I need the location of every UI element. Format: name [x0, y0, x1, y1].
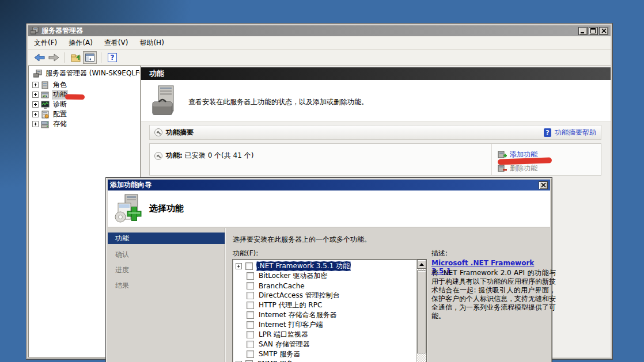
expand-icon[interactable] — [32, 101, 39, 108]
server-manager-icon — [31, 27, 39, 35]
menu-bar: 文件(F) 操作(A) 查看(V) 帮助(H) — [28, 36, 611, 50]
feature-row[interactable]: DirectAccess 管理控制台 — [233, 291, 416, 300]
pane-header-title: 功能 — [149, 68, 164, 79]
expand-icon[interactable] — [32, 92, 39, 98]
window-titlebar[interactable]: 服务器管理器 — [28, 25, 611, 36]
add-features-wizard-icon — [113, 194, 142, 225]
feature-row[interactable]: SNMP 服务 — [233, 359, 416, 362]
tree-root-label: 服务器管理器 (WIN-SK9EQLFGIL — [44, 68, 141, 78]
show-console-tree-button[interactable] — [69, 51, 83, 64]
feature-checkbox[interactable] — [247, 350, 254, 358]
feature-checkbox[interactable] — [247, 311, 254, 319]
feature-checkbox[interactable] — [247, 321, 254, 329]
expand-icon[interactable] — [32, 121, 39, 127]
features-count-label: 功能: — [166, 151, 183, 161]
dialog-close-button[interactable] — [539, 181, 548, 189]
desktop: 服务器管理器 文件(F) 操作(A) 查看(V) 帮助(H) ? — [0, 0, 644, 362]
scrollbar-thumb[interactable] — [417, 270, 426, 353]
diagnostics-icon — [41, 101, 50, 109]
listbox-scrollbar[interactable] — [416, 260, 426, 362]
feature-label: BitLocker 驱动器加密 — [257, 271, 328, 281]
features-icon — [41, 91, 50, 99]
feature-checkbox[interactable] — [247, 302, 254, 309]
dialog-heading: 选择功能 — [149, 203, 184, 214]
feature-checkbox[interactable] — [247, 292, 254, 299]
feature-row[interactable]: SMTP 服务器 — [233, 349, 416, 359]
dialog-titlebar[interactable]: 添加功能向导 — [108, 180, 550, 190]
add-features-icon — [498, 151, 506, 158]
dialog-title: 添加功能向导 — [110, 180, 151, 190]
feature-row[interactable]: Internet 存储命名服务器 — [233, 310, 416, 320]
arrow-up-icon — [419, 263, 424, 266]
collapse-toggle[interactable] — [154, 152, 162, 160]
maximize-button[interactable] — [589, 27, 598, 35]
server-manager-icon — [33, 70, 42, 78]
wizard-instruction: 选择要安装在此服务器上的一个或多个功能。 — [233, 235, 371, 245]
feature-label: Internet 打印客户端 — [257, 320, 324, 330]
feature-row[interactable]: BitLocker 驱动器加密 — [233, 271, 416, 281]
configuration-icon — [41, 110, 50, 119]
description-label: 描述: — [431, 249, 448, 258]
expand-icon[interactable] — [32, 82, 39, 88]
feature-row[interactable]: .NET Framework 3.5.1 功能 — [233, 261, 416, 271]
back-arrow-icon — [34, 54, 46, 62]
tree-item-roles[interactable]: 角色 — [32, 80, 68, 90]
storage-icon — [41, 120, 50, 128]
feature-checkbox[interactable] — [247, 272, 254, 280]
step-results[interactable]: 结果 — [108, 280, 225, 291]
menu-file[interactable]: 文件(F) — [28, 36, 63, 49]
step-features[interactable]: 功能 — [108, 233, 225, 244]
features-list-label: 功能(F): — [233, 249, 258, 258]
help-button[interactable]: ? — [105, 51, 119, 64]
features-summary-band: 功能摘要 ? 功能摘要帮助 — [149, 125, 601, 140]
feature-row[interactable]: HTTP 代理上的 RPC — [233, 300, 416, 310]
wizard-steps: 功能 确认 进度 结果 — [108, 228, 225, 362]
feature-row[interactable]: SAN 存储管理器 — [233, 340, 416, 349]
feature-checkbox[interactable] — [247, 282, 254, 289]
folder-icon — [71, 54, 81, 62]
expand-icon[interactable] — [32, 111, 39, 117]
step-confirmation[interactable]: 确认 — [108, 249, 225, 260]
feature-row[interactable]: BranchCache — [233, 281, 416, 291]
feature-row[interactable]: LPR 端口监视器 — [233, 330, 416, 340]
toolbar-separator — [65, 52, 65, 63]
feature-checkbox[interactable] — [247, 341, 254, 348]
menu-help[interactable]: 帮助(H) — [134, 36, 169, 49]
red-annotation-tree-features — [65, 94, 85, 100]
back-button[interactable] — [33, 51, 47, 64]
tree-item-label: 角色 — [52, 80, 68, 90]
tree-item-configuration[interactable]: 配置 — [32, 109, 68, 119]
server-toolbox-icon — [150, 85, 180, 119]
feature-row[interactable]: Internet 打印客户端 — [233, 320, 416, 330]
description-text: 将 .NET Framework 2.0 API 的功能与用于构建具有以下功能的… — [431, 269, 556, 321]
feature-label: HTTP 代理上的 RPC — [257, 300, 323, 310]
collapse-toggle[interactable] — [154, 128, 162, 136]
console-panes-button[interactable] — [83, 51, 97, 64]
menu-action[interactable]: 操作(A) — [63, 36, 99, 49]
feature-label: BranchCache — [257, 282, 306, 290]
close-button[interactable] — [599, 27, 608, 35]
forward-button[interactable] — [47, 51, 60, 64]
feature-label: .NET Framework 3.5.1 功能 — [256, 261, 351, 271]
remove-features-icon — [498, 165, 506, 172]
tree-root[interactable]: 服务器管理器 (WIN-SK9EQLFGIL — [31, 68, 141, 78]
steps-divider — [225, 228, 226, 362]
tree-item-storage[interactable]: 存储 — [32, 119, 68, 129]
add-features-wizard-dialog: 添加功能向导 选择功能 功能 确认 进度 结果 — [105, 177, 552, 362]
features-summary-help-link[interactable]: ? 功能摘要帮助 — [544, 128, 596, 138]
scroll-up-button[interactable] — [417, 260, 426, 269]
toolbar-separator — [101, 52, 101, 63]
close-icon — [541, 182, 546, 188]
dialog-body: 功能 确认 进度 结果 选择要安装在此服务器上的一个或多个功能。 功能(F): … — [108, 228, 550, 362]
step-progress[interactable]: 进度 — [108, 264, 225, 276]
chevron-up-icon — [156, 154, 161, 159]
help-link-label: 功能摘要帮助 — [555, 128, 596, 138]
feature-checkbox[interactable] — [247, 331, 254, 338]
menu-view[interactable]: 查看(V) — [99, 36, 134, 49]
feature-checkbox[interactable] — [245, 262, 253, 270]
expand-icon[interactable] — [236, 263, 242, 269]
tree-item-features[interactable]: 功能 — [32, 90, 68, 100]
minimize-button[interactable] — [578, 27, 588, 35]
tree-item-diagnostics[interactable]: 诊断 — [32, 100, 68, 109]
features-listbox[interactable]: .NET Framework 3.5.1 功能 BitLocker 驱动器加密 … — [232, 259, 427, 362]
